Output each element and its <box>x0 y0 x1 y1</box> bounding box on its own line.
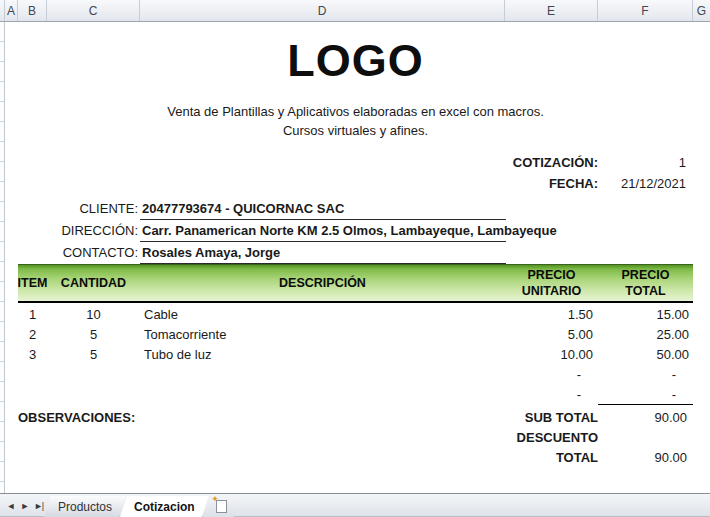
precio-unitario-cell[interactable]: 1.50 <box>505 305 598 325</box>
total-label: TOTAL <box>398 448 598 468</box>
cotizacion-label: COTIZACIÓN: <box>298 153 598 173</box>
column-header-d[interactable]: D <box>140 0 505 21</box>
descripcion-cell[interactable]: Tomacorriente <box>140 325 505 345</box>
column-header-g[interactable]: G <box>693 0 710 21</box>
descripcion-cell[interactable] <box>140 385 505 405</box>
cliente-label: CLIENTE: <box>0 199 138 219</box>
previous-sheet-icon[interactable]: ◄ <box>5 495 16 517</box>
spreadsheet-window: A B C D E F G LOGO Venta de Plantillas y… <box>0 0 710 517</box>
tab-nav-buttons: ◄ ► ►| <box>0 494 47 517</box>
cotizacion-number-cell[interactable]: 1 <box>598 153 689 173</box>
column-header-a[interactable]: A <box>5 0 18 21</box>
table-row: 1 10 Cable 1.50 15.00 <box>18 305 693 325</box>
observaciones-label: OBSERVACIONES: <box>18 408 135 428</box>
direccion-value-cell[interactable]: Carr. Panamerican Norte KM 2.5 Olmos, La… <box>140 221 506 242</box>
column-header-f[interactable]: F <box>598 0 693 21</box>
header-precio-unitario-line1: PRECIO <box>528 267 576 283</box>
contacto-label: CONTACTO: <box>0 243 138 263</box>
column-headers-row: A B C D E F G <box>0 0 710 22</box>
precio-unitario-cell[interactable]: - <box>505 365 598 385</box>
fecha-label: FECHA: <box>298 174 598 194</box>
subtotal-value-cell[interactable]: 90.00 <box>598 408 690 428</box>
precio-total-cell[interactable]: 15.00 <box>598 305 693 325</box>
cantidad-cell[interactable]: 5 <box>47 325 140 345</box>
cantidad-cell[interactable] <box>47 385 140 405</box>
items-table-header: ITEM CANTIDAD DESCRIPCIÓN PRECIO UNITARI… <box>18 264 693 303</box>
header-cantidad-label: CANTIDAD <box>61 275 126 291</box>
header-precio-unitario: PRECIO UNITARIO <box>505 265 598 301</box>
precio-total-cell[interactable]: 25.00 <box>598 325 693 345</box>
column-header-c[interactable]: C <box>47 0 140 21</box>
item-cell[interactable]: 2 <box>18 325 47 345</box>
table-row: - - <box>18 365 693 385</box>
header-item: ITEM <box>18 265 47 301</box>
subtotal-label: SUB TOTAL <box>398 408 598 428</box>
insert-worksheet-star-icon: ✦ <box>211 495 219 504</box>
header-precio-total-line1: PRECIO <box>622 267 670 283</box>
descripcion-cell[interactable]: Cable <box>140 305 505 325</box>
direccion-label: DIRECCIÓN: <box>0 221 138 241</box>
insert-worksheet-icon: ✦ <box>216 500 227 513</box>
precio-total-cell[interactable]: - <box>598 365 693 385</box>
sheet-body: LOGO Venta de Plantillas y Aplicativos e… <box>0 22 710 493</box>
column-header-e[interactable]: E <box>505 0 598 21</box>
logo-title: LOGO <box>18 32 693 90</box>
cliente-value-cell[interactable]: 20477793674 - QUICORNAC SAC <box>140 199 506 220</box>
precio-unitario-cell[interactable]: 10.00 <box>505 345 598 365</box>
table-row: 3 5 Tubo de luz 10.00 50.00 <box>18 345 693 365</box>
fecha-value-cell[interactable]: 21/12/2021 <box>598 174 689 194</box>
cantidad-cell[interactable]: 10 <box>47 305 140 325</box>
last-sheet-icon[interactable]: ►| <box>33 495 44 517</box>
precio-unitario-cell[interactable]: - <box>505 385 598 405</box>
item-cell[interactable]: 1 <box>18 305 47 325</box>
cantidad-cell[interactable]: 5 <box>47 345 140 365</box>
header-cantidad: CANTIDAD <box>47 265 140 301</box>
header-precio-total-line2: TOTAL <box>625 283 666 299</box>
subtitle-line-2: Cursos virtuales y afines. <box>18 122 693 140</box>
header-precio-unitario-line2: UNITARIO <box>522 283 582 299</box>
item-cell[interactable] <box>18 385 47 405</box>
sheet-tab-bar: ◄ ► ►| Productos Cotizacion ✦ <box>0 493 710 517</box>
total-value-cell[interactable]: 90.00 <box>598 448 690 468</box>
header-precio-total: PRECIO TOTAL <box>598 265 693 301</box>
descuento-label: DESCUENTO <box>398 428 598 448</box>
header-descripcion: DESCRIPCIÓN <box>140 265 505 301</box>
insert-worksheet-button[interactable]: ✦ <box>203 496 241 517</box>
precio-total-cell[interactable]: - <box>598 385 693 405</box>
column-header-b[interactable]: B <box>18 0 47 21</box>
header-item-label: ITEM <box>18 275 48 291</box>
descripcion-cell[interactable] <box>140 365 505 385</box>
tab-cotizacion-label: Cotizacion <box>134 500 195 514</box>
contacto-value-cell[interactable]: Rosales Amaya, Jorge <box>140 243 506 264</box>
table-row: - - <box>18 385 693 405</box>
precio-unitario-cell[interactable]: 5.00 <box>505 325 598 345</box>
header-descripcion-label: DESCRIPCIÓN <box>279 275 366 291</box>
tab-productos[interactable]: Productos <box>44 496 126 517</box>
item-cell[interactable] <box>18 365 47 385</box>
precio-total-cell[interactable]: 50.00 <box>598 345 693 365</box>
item-cell[interactable]: 3 <box>18 345 47 365</box>
subtitle-line-1: Venta de Plantillas y Aplicativos elabor… <box>18 103 693 121</box>
descripcion-cell[interactable]: Tubo de luz <box>140 345 505 365</box>
tab-productos-label: Productos <box>58 500 112 514</box>
tab-cotizacion[interactable]: Cotizacion <box>120 496 209 517</box>
cantidad-cell[interactable] <box>47 365 140 385</box>
sheet-tabs: Productos Cotizacion ✦ <box>50 496 241 517</box>
next-sheet-icon[interactable]: ► <box>19 495 30 517</box>
table-row: 2 5 Tomacorriente 5.00 25.00 <box>18 325 693 345</box>
